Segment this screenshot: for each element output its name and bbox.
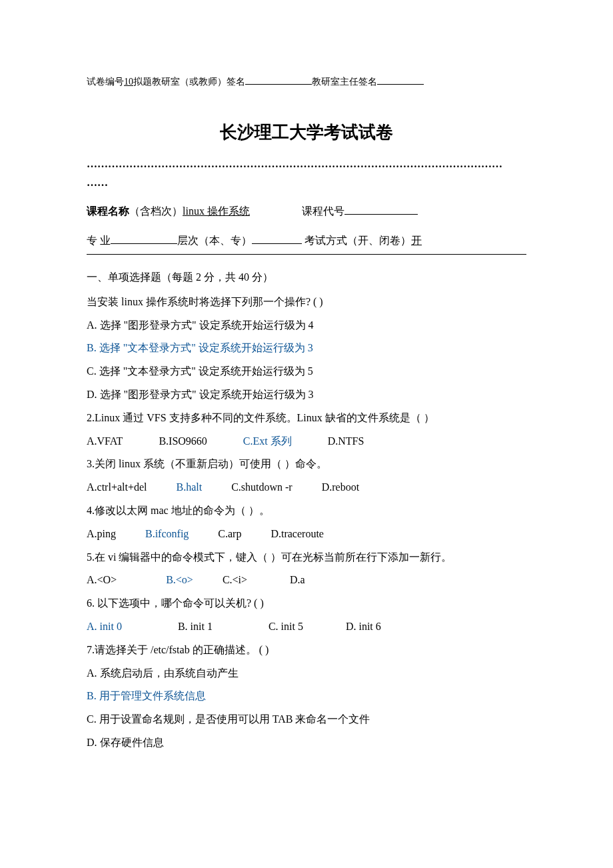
major-label: 专 业 [87, 235, 111, 246]
exam-header: 试卷编号 10 拟题教研室（或教师）签名教研室主任签名 [87, 73, 526, 90]
q2-opt-a: A.VFAT [87, 435, 123, 447]
q5-opt-c: C.<i> [223, 574, 247, 585]
q4-stem: 4.修改以太网 mac 地址的命令为（ ）。 [87, 501, 526, 521]
level-blank [252, 243, 302, 244]
q3-opts: A.ctrl+alt+del B.halt C.shutdown -r D.re… [87, 478, 526, 497]
q6-stem: 6. 以下选项中，哪个命令可以关机? ( ) [87, 594, 526, 613]
course-code-blank [344, 214, 418, 215]
q7-opt-a: A. 系统启动后，由系统自动产生 [87, 664, 526, 683]
dotted-divider-tail: …… [87, 173, 526, 193]
q7-stem: 7.请选择关于 /etc/fstab 的正确描述。 ( ) [87, 641, 526, 660]
section-1-header: 一、单项选择题（每题 2 分，共 40 分） [87, 268, 526, 287]
exam-title: 长沙理工大学考试试卷 [87, 117, 526, 148]
course-name-paren: （含档次） [129, 205, 183, 217]
q3-stem: 3.关闭 linux 系统（不重新启动）可使用（ ）命令。 [87, 455, 526, 474]
q2-opts: A.VFAT B.ISO9660 C.Ext 系列 D.NTFS [87, 432, 526, 451]
paper-no-label: 试卷编号 [87, 77, 124, 87]
q1-opt-c: C. 选择 "文本登录方式" 设定系统开始运行级为 5 [87, 362, 526, 381]
q4-opt-b: B.ifconfig [145, 528, 189, 539]
q4-opt-a: A.ping [87, 528, 116, 539]
q3-opt-b: B.halt [176, 481, 202, 493]
horizontal-rule [87, 254, 526, 255]
q4-opt-c: C.arp [218, 528, 241, 539]
director-label: 教研室主任签名 [312, 77, 377, 87]
course-row: 课程名称（含档次） linux 操作系统 课程代号 [87, 202, 526, 221]
director-blank [377, 84, 424, 85]
q1-opt-b: B. 选择 "文本登录方式" 设定系统开始运行级为 3 [87, 339, 526, 358]
q7-opt-b: B. 用于管理文件系统信息 [87, 687, 526, 706]
exam-type-value: 开 [411, 231, 422, 251]
exam-type-label: 考试方式（开、闭卷） [305, 235, 411, 246]
level-label: 层次（本、专） [177, 235, 252, 246]
q4-opt-d: D.traceroute [271, 528, 324, 539]
proposer-blank [245, 84, 312, 85]
q5-stem: 5.在 vi 编辑器中的命令模式下，键入（ ）可在光标当前所在行下添加一新行。 [87, 548, 526, 567]
q7-opt-c: C. 用于设置命名规则，是否使用可以用 TAB 来命名一个文件 [87, 710, 526, 729]
q6-opt-a: A. init 0 [87, 621, 122, 632]
q6-opt-d: D. init 6 [346, 621, 381, 632]
q1-opt-d: D. 选择 "图形登录方式" 设定系统开始运行级为 3 [87, 385, 526, 405]
q7-opt-d: D. 保存硬件信息 [87, 733, 526, 753]
q1-opt-a: A. 选择 "图形登录方式" 设定系统开始运行级为 4 [87, 316, 526, 335]
q3-opt-a: A.ctrl+alt+del [87, 481, 147, 493]
q4-opts: A.ping B.ifconfig C.arp D.traceroute [87, 525, 526, 544]
q5-opts: A.<O> B.<o> C.<i> D.a [87, 571, 526, 590]
q3-opt-d: D.reboot [322, 481, 359, 493]
q6-opt-b: B. init 1 [178, 621, 213, 632]
q3-opt-c: C.shutdown -r [231, 481, 293, 493]
q6-opts: A. init 0 B. init 1 C. init 5 D. init 6 [87, 617, 526, 637]
q5-opt-d: D.a [290, 574, 305, 585]
q2-opt-d: D.NTFS [328, 435, 364, 447]
q2-stem: 2.Linux 通过 VFS 支持多种不同的文件系统。Linux 缺省的文件系统… [87, 409, 526, 428]
proposer-label: 拟题教研室（或教师）签名 [133, 77, 245, 87]
course-name-value: linux 操作系统 [183, 202, 250, 221]
meta-row: 专 业层次（本、专） 考试方式（开、闭卷） 开 [87, 231, 526, 251]
q5-opt-a: A.<O> [87, 574, 117, 585]
q2-opt-c: C.Ext 系列 [243, 435, 292, 447]
q1-stem: 当安装 linux 操作系统时将选择下列那一个操作? ( ) [87, 293, 526, 312]
paper-no-value: 10 [124, 73, 133, 90]
q2-opt-b: B.ISO9660 [159, 435, 207, 447]
q6-opt-c: C. init 5 [269, 621, 303, 632]
q5-opt-b: B.<o> [166, 574, 193, 585]
dotted-divider: ……………………………………………………………………………………………………… [87, 155, 526, 172]
major-blank [111, 243, 177, 244]
course-name-label: 课程名称 [87, 205, 129, 217]
course-code-label: 课程代号 [302, 205, 344, 217]
